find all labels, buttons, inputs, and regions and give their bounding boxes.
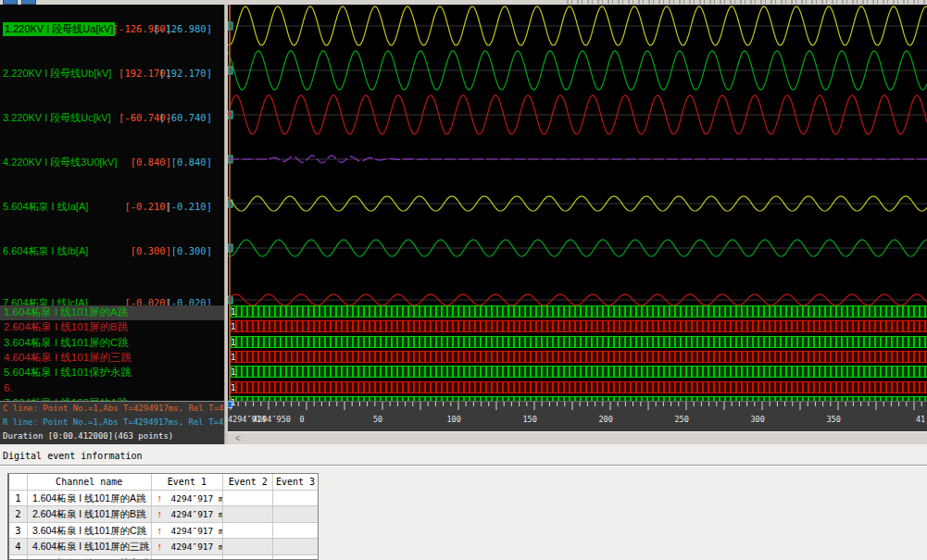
analog-channel-label: 1.220KV I 段母线Ua[kV] xyxy=(3,22,115,36)
axis-tick-label: 200 xyxy=(599,415,613,424)
axis-tick-label: 150 xyxy=(523,415,537,424)
axis-tick-label: 41 xyxy=(916,415,925,424)
window-title-fragment xyxy=(567,0,925,4)
waveform-viewer-window: 1.220KV I 段母线Ua[kV][-126.980][-126.980]2… xyxy=(0,0,927,560)
channel-name-cell: 3.604柘泉 I 线101屏的C跳 xyxy=(28,523,152,539)
event-2-cell xyxy=(223,491,273,506)
table-row[interactable]: 44.604柘泉 I 线101屏的三跳↑4294″917 ms xyxy=(9,539,318,555)
channel-name-cell: 5.604柘泉 I 线101保护永跳 xyxy=(28,555,152,560)
event-3-cell xyxy=(273,523,318,539)
analog-channel-label: 6.604柘泉 I 线Ib[A] xyxy=(3,244,88,258)
digital-event-table: Channel nameEvent 1Event 2Event 311.604柘… xyxy=(7,473,319,560)
waveform-plot-area[interactable]: 1111111 4294″9144294″9500501001502002503… xyxy=(228,5,927,444)
r-cursor-value: [192.170] xyxy=(159,67,212,81)
channel-list-panel: 1.220KV I 段母线Ua[kV][-126.980][-126.980]2… xyxy=(0,5,224,444)
digital-trace-bar[interactable]: 1 xyxy=(230,336,927,348)
c-cursor-line[interactable] xyxy=(229,5,231,401)
event-2-cell xyxy=(223,506,273,522)
event-time-value: 4294″917 ms xyxy=(171,506,224,522)
analog-channel-label: 4.220KV I 段母线3U0[kV] xyxy=(3,156,118,169)
channel-name-cell: 4.604柘泉 I 线101屏的三跳 xyxy=(28,539,152,554)
r-cursor-value: [-126.980] xyxy=(154,22,212,36)
event-time-value: 4294″917 ms xyxy=(171,523,224,539)
channel-name-cell: 1.604柘泉 I 线101屏的A跳 xyxy=(28,491,152,506)
rising-edge-icon: ↑ xyxy=(157,491,163,506)
c-line-status: C line: Point No.=1,Abs T=4294917ms, Rel… xyxy=(3,402,224,416)
table-header-row: Channel nameEvent 1Event 2Event 3 xyxy=(9,474,318,491)
digital-state-value: 1 xyxy=(231,382,235,393)
analog-channel-row[interactable]: 1.220KV I 段母线Ua[kV][-126.980][-126.980] xyxy=(0,22,224,37)
r-cursor-value: [-60.740] xyxy=(159,111,212,125)
event-2-cell xyxy=(223,523,273,539)
scroll-left-button[interactable]: < xyxy=(232,432,244,444)
rising-edge-icon: ↑ xyxy=(157,539,163,554)
digital-state-value: 1 xyxy=(231,337,235,348)
analog-channel-row[interactable]: 6.604柘泉 I 线Ib[A][0.300][0.300] xyxy=(0,244,224,259)
analog-channel-label: 2.220KV I 段母线Ub[kV] xyxy=(3,67,111,81)
row-number: 5 xyxy=(9,555,28,560)
channel-name-cell: 2.604柘泉 I 线101屏的B跳 xyxy=(28,506,152,522)
row-number: 3 xyxy=(9,523,28,539)
digital-trace-bar[interactable]: 1 xyxy=(230,381,927,393)
analog-waveform-plot[interactable] xyxy=(228,5,927,305)
c-cursor-handle[interactable] xyxy=(228,401,232,408)
r-cursor-value: [-0.210] xyxy=(165,200,212,214)
digital-trace-bar[interactable]: 1 xyxy=(230,305,927,317)
axis-tick-label: 50 xyxy=(373,415,382,424)
cursor-status-panel: C line: Point No.=1,Abs T=4294917ms, Rel… xyxy=(0,401,224,444)
event-3-cell xyxy=(273,539,318,554)
event-1-cell: ↑4294″917 ms xyxy=(152,491,224,506)
event-info-section: Digital event information Channel nameEv… xyxy=(0,444,927,560)
analog-channel-row[interactable]: 4.220KV I 段母线3U0[kV][0.840][0.840] xyxy=(0,156,224,170)
digital-channel-row[interactable]: 4.604柘泉 I 线101屏的三跳 xyxy=(0,351,224,366)
axis-tick-label: 250 xyxy=(675,415,689,424)
analog-channel-row[interactable]: 3.220KV I 段母线Uc[kV][-60.740][-60.740] xyxy=(0,111,224,126)
digital-channel-row[interactable]: 6. xyxy=(0,381,224,396)
rising-edge-icon: ↑ xyxy=(157,506,163,522)
digital-state-value: 1 xyxy=(231,352,235,363)
axis-tick-label: 300 xyxy=(751,415,765,424)
r-line-status: R line: Point No.=1,Abs T=4294917ms, Rel… xyxy=(3,416,224,429)
digital-channel-row[interactable]: 1.604柘泉 I 线101屏的A跳 xyxy=(0,305,224,320)
digital-state-value: 1 xyxy=(231,367,235,378)
event-3-cell xyxy=(273,491,318,506)
header-num xyxy=(9,474,28,490)
analog-channel-row[interactable]: 5.604柘泉 I 线Ia[A][-0.210][-0.210] xyxy=(0,200,224,215)
digital-channel-row[interactable]: 2.604柘泉 I 线101屏的B跳 xyxy=(0,320,224,335)
table-row[interactable]: 33.604柘泉 I 线101屏的C跳↑4294″917 ms xyxy=(9,523,318,540)
event-3-cell xyxy=(273,555,318,560)
axis-abs-time-label: 4294″950 xyxy=(253,415,291,424)
event-3-cell xyxy=(273,506,318,522)
digital-channel-row[interactable]: 5.604柘泉 I 线101保护永跳 xyxy=(0,366,224,380)
event-1-cell: ↑4294″917 ms xyxy=(152,523,224,539)
digital-trace-bar[interactable]: 1 xyxy=(230,351,927,363)
axis-tick-label: 0 xyxy=(300,415,305,424)
rising-edge-icon: ↑ xyxy=(157,523,163,539)
row-number: 1 xyxy=(9,491,28,506)
table-row[interactable]: 55.604柘泉 I 线101保护永跳↑4294″917 ms xyxy=(9,555,318,560)
table-row[interactable]: 11.604柘泉 I 线101屏的A跳↑4294″917 ms xyxy=(9,491,318,507)
table-row[interactable]: 22.604柘泉 I 线101屏的B跳↑4294″917 ms xyxy=(9,506,318,523)
event-time-value: 4294″917 ms xyxy=(171,491,224,506)
header-event-2: Event 2 xyxy=(223,474,273,490)
digital-channel-row[interactable]: 3.604柘泉 I 线101屏的C跳 xyxy=(0,336,224,351)
event-2-cell xyxy=(223,539,273,554)
c-cursor-value: [-0.210] xyxy=(124,200,171,214)
event-1-cell: ↑4294″917 ms xyxy=(152,506,224,522)
time-axis-ticks xyxy=(228,402,927,413)
event-1-cell: ↑4294″917 ms xyxy=(152,539,224,554)
digital-trace-area[interactable]: 1111111 xyxy=(228,305,927,401)
header-channel-name: Channel name xyxy=(28,474,152,490)
digital-trace-bar[interactable]: 1 xyxy=(230,366,927,378)
axis-tick-label: 100 xyxy=(447,415,461,424)
c-cursor-value: [0.300] xyxy=(131,244,171,258)
header-event-3: Event 3 xyxy=(273,474,318,490)
section-separator xyxy=(0,465,927,467)
digital-trace-bar[interactable]: 1 xyxy=(230,320,927,332)
time-axis-ruler[interactable]: 4294″9144294″95005010015020025030035041 xyxy=(228,401,927,431)
digital-state-value: 1 xyxy=(231,321,235,332)
analog-channel-row[interactable]: 2.220KV I 段母线Ub[kV][192.170][192.170] xyxy=(0,67,224,81)
header-event-1: Event 1 xyxy=(152,474,224,490)
horizontal-scrollbar[interactable]: < xyxy=(228,431,927,444)
axis-tick-label: 350 xyxy=(827,415,841,424)
